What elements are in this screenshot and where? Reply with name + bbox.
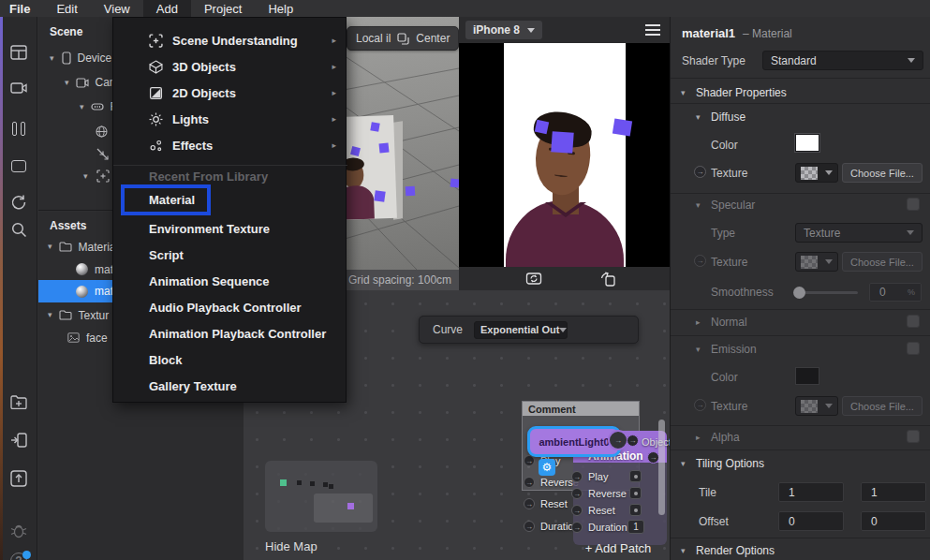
port-in-icon[interactable]: → bbox=[524, 498, 535, 509]
tile-x-input[interactable]: 1 bbox=[778, 482, 844, 502]
hide-map-button[interactable]: Hide Map bbox=[265, 539, 317, 553]
caret-down-icon[interactable]: ▾ bbox=[681, 547, 686, 555]
menu-row-audio-playback-controller[interactable]: Audio Playback Controller bbox=[113, 295, 347, 320]
import-icon[interactable] bbox=[10, 433, 27, 448]
layout-icon[interactable] bbox=[10, 45, 27, 60]
caret-down-icon[interactable]: ▾ bbox=[83, 172, 88, 181]
comment-header[interactable]: Comment bbox=[523, 402, 639, 416]
menu-add[interactable]: Add bbox=[143, 0, 191, 17]
viewport-handle[interactable] bbox=[379, 143, 390, 154]
section-alpha[interactable]: Alpha bbox=[711, 431, 740, 444]
menu-file[interactable]: File bbox=[0, 2, 43, 16]
caret-down-icon[interactable]: ▾ bbox=[681, 460, 686, 468]
section-normal[interactable]: Normal bbox=[711, 316, 747, 329]
debug-bug-icon[interactable] bbox=[10, 523, 27, 538]
patch-editor-scrollbar[interactable] bbox=[658, 420, 665, 515]
simulator-screen[interactable] bbox=[459, 43, 670, 267]
emission-choose-file-button[interactable]: Choose File... bbox=[842, 396, 923, 416]
section-tiling-options[interactable]: Tiling Options bbox=[696, 457, 764, 470]
pause-icon[interactable] bbox=[12, 122, 25, 136]
caret-down-icon[interactable]: ▾ bbox=[50, 54, 54, 63]
emission-color-swatch[interactable] bbox=[795, 367, 819, 385]
port-in-icon[interactable]: → bbox=[524, 477, 535, 488]
tile-y-input[interactable]: 1 bbox=[861, 482, 926, 502]
caret-down-icon[interactable]: ▾ bbox=[48, 311, 52, 319]
section-render-options[interactable]: Render Options bbox=[696, 544, 775, 557]
port-in-icon[interactable]: → bbox=[524, 521, 535, 532]
port-out-icon[interactable]: → bbox=[608, 430, 628, 450]
viewport-handle[interactable] bbox=[374, 190, 385, 201]
caret-down-icon[interactable]: ▾ bbox=[696, 201, 701, 210]
menu-view[interactable]: View bbox=[91, 2, 143, 16]
pulse-toggle[interactable] bbox=[629, 487, 642, 499]
smoothness-slider-track[interactable] bbox=[798, 291, 858, 294]
menu-row-3d-objects[interactable]: 3D Objects ▸ bbox=[113, 53, 347, 80]
specular-type-select[interactable]: Texture bbox=[795, 223, 923, 243]
caret-down-icon[interactable]: ▾ bbox=[696, 113, 701, 122]
rotate-device-icon[interactable] bbox=[599, 271, 616, 287]
restart-icon[interactable] bbox=[10, 194, 27, 211]
menu-row-animation-sequence[interactable]: Animation Sequence bbox=[113, 269, 347, 294]
menu-row-script[interactable]: Script bbox=[113, 243, 347, 268]
pulse-toggle[interactable] bbox=[629, 504, 642, 516]
caret-down-icon[interactable]: ▾ bbox=[80, 103, 84, 111]
viewport-handle[interactable] bbox=[450, 179, 459, 188]
smoothness-value-box[interactable]: 0 % bbox=[869, 283, 922, 302]
menu-row-material-highlighted[interactable]: Material bbox=[121, 184, 211, 215]
caret-down-icon[interactable]: ▾ bbox=[48, 243, 52, 251]
minimap-viewport-rect[interactable] bbox=[314, 494, 373, 523]
section-shader-properties[interactable]: Shader Properties bbox=[696, 86, 787, 99]
toggle-camera-icon[interactable] bbox=[524, 271, 543, 287]
menu-row-gallery-texture[interactable]: Gallery Texture bbox=[113, 374, 347, 399]
smoothness-slider-knob[interactable] bbox=[793, 287, 805, 299]
viewport-handle[interactable] bbox=[406, 186, 416, 197]
menu-row-block[interactable]: Block bbox=[113, 347, 347, 373]
caret-down-icon[interactable]: ▾ bbox=[65, 79, 69, 87]
transform-mode-button[interactable]: Local il bbox=[356, 32, 391, 45]
patch-arrow-icon[interactable]: → bbox=[694, 255, 706, 267]
emission-texture-select[interactable] bbox=[795, 396, 838, 416]
diffuse-choose-file-button[interactable]: Choose File... bbox=[842, 163, 923, 183]
caret-down-icon[interactable]: ▾ bbox=[696, 346, 701, 354]
patch-minimap[interactable] bbox=[265, 461, 377, 532]
curve-select[interactable]: Exponential Out bbox=[474, 321, 568, 339]
specular-texture-select[interactable] bbox=[795, 252, 838, 272]
normal-enable-checkbox[interactable] bbox=[907, 315, 920, 328]
port-in-icon[interactable]: → bbox=[571, 505, 583, 516]
menu-edit[interactable]: Edit bbox=[43, 2, 90, 16]
simulator-menu-icon[interactable] bbox=[645, 24, 660, 35]
offset-x-input[interactable]: 0 bbox=[778, 511, 844, 531]
menu-row-animation-playback-controller[interactable]: Animation Playback Controller bbox=[113, 321, 347, 346]
menu-row-scene-understanding[interactable]: Scene Understanding ▸ bbox=[113, 27, 347, 53]
diffuse-texture-select[interactable] bbox=[795, 163, 838, 183]
add-asset-icon[interactable] bbox=[10, 395, 27, 409]
menu-row-environment-texture[interactable]: Environment Texture bbox=[113, 216, 347, 242]
search-icon[interactable] bbox=[11, 222, 27, 238]
shader-type-select[interactable]: Standard bbox=[762, 51, 923, 70]
emission-enable-checkbox[interactable] bbox=[907, 342, 920, 355]
specular-choose-file-button[interactable]: Choose File... bbox=[842, 252, 923, 272]
caret-down-icon[interactable]: ▾ bbox=[681, 89, 686, 97]
menu-project[interactable]: Project bbox=[191, 2, 255, 16]
section-specular[interactable]: Specular bbox=[711, 199, 755, 212]
diffuse-color-swatch[interactable] bbox=[795, 134, 819, 152]
menu-row-lights[interactable]: Lights ▸ bbox=[113, 106, 347, 132]
device-select[interactable]: iPhone 8 bbox=[465, 21, 542, 39]
port-in-icon[interactable]: → bbox=[571, 471, 583, 482]
add-patch-button[interactable]: + Add Patch bbox=[562, 541, 670, 555]
export-icon[interactable] bbox=[10, 470, 27, 487]
pulse-toggle[interactable] bbox=[629, 470, 642, 482]
menu-row-effects[interactable]: Effects ▸ bbox=[113, 132, 347, 158]
patch-settings-gear-icon[interactable]: ⚙ bbox=[539, 459, 555, 476]
section-diffuse[interactable]: Diffuse bbox=[711, 111, 745, 124]
caret-right-icon[interactable]: ▸ bbox=[696, 434, 701, 442]
menu-row-2d-objects[interactable]: 2D Objects ▸ bbox=[113, 80, 347, 106]
viewport-handle[interactable] bbox=[370, 122, 379, 131]
video-camera-icon[interactable] bbox=[10, 81, 28, 95]
menu-help[interactable]: Help bbox=[255, 2, 306, 16]
alpha-enable-checkbox[interactable] bbox=[907, 430, 920, 443]
duration-value-box[interactable]: 1 bbox=[627, 520, 644, 534]
patch-arrow-icon[interactable]: → bbox=[694, 166, 706, 178]
center-button[interactable]: Center bbox=[416, 32, 450, 45]
caret-right-icon[interactable]: ▸ bbox=[696, 318, 701, 327]
